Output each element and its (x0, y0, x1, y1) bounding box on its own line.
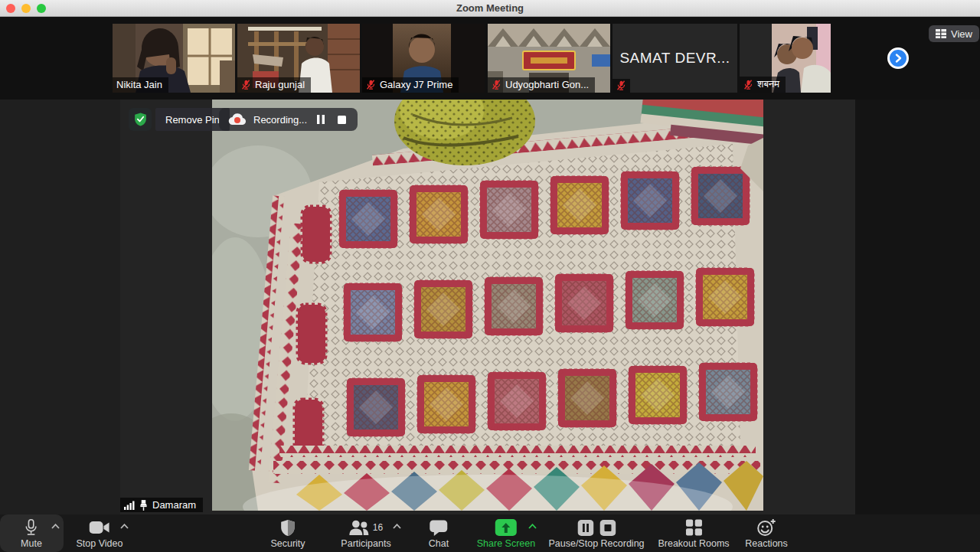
stage-left-margin (0, 100, 120, 514)
participant-name: SAMAT DEVR... (612, 24, 737, 93)
participant-name-badge: Udyogbharti Gon... (488, 77, 595, 93)
meeting-toolbar: Mute Stop Video Security (0, 514, 980, 552)
window-title: Zoom Meeting (0, 2, 980, 14)
stage-right-margin (855, 100, 980, 514)
pause-stop-recording-button[interactable]: Pause/Stop Recording (548, 514, 644, 552)
view-button-label: View (951, 28, 972, 40)
pause-recording-icon[interactable] (314, 113, 328, 126)
pin-icon (139, 500, 148, 511)
mute-button[interactable]: Mute (21, 514, 42, 552)
signal-strength-icon (124, 501, 135, 510)
participant-tile[interactable]: SAMAT DEVR... (612, 24, 737, 93)
participant-filmstrip: Nikita Jain (0, 17, 980, 100)
participant-name: Raju gunjal (255, 79, 305, 90)
view-button[interactable]: View (929, 25, 979, 42)
breakout-rooms-icon (685, 519, 702, 536)
share-screen-button[interactable]: Share Screen (477, 514, 535, 552)
breakout-rooms-button[interactable]: Breakout Rooms (658, 514, 729, 552)
reactions-button[interactable]: Reactions (745, 514, 788, 552)
participants-label: Participants (341, 539, 390, 549)
participants-button[interactable]: 16 Participants (341, 514, 390, 552)
share-screen-label: Share Screen (477, 539, 535, 549)
stop-recording-button-icon[interactable] (599, 520, 616, 536)
pinned-main-video[interactable] (212, 100, 763, 511)
participant-tile[interactable]: Nikita Jain (113, 24, 235, 93)
reactions-smiley-icon (757, 518, 776, 537)
participant-name-badge: Galaxy J7 Prime (362, 77, 459, 93)
mute-label: Mute (21, 539, 42, 549)
chevron-right-icon (893, 53, 903, 64)
pinned-participant-badge: Damaram (120, 498, 203, 512)
recording-label: Recording... (253, 114, 307, 126)
security-label: Security (270, 539, 305, 549)
stop-video-label: Stop Video (77, 539, 123, 549)
shield-check-icon (134, 113, 147, 126)
muted-mic-icon (616, 80, 626, 90)
participants-icon (349, 520, 370, 536)
participant-name: Nikita Jain (116, 79, 162, 90)
participant-mute-badge (612, 79, 630, 93)
participants-count: 16 (373, 522, 383, 533)
pinned-participant-name: Damaram (152, 499, 196, 511)
participant-name: Galaxy J7 Prime (380, 79, 452, 90)
chat-label: Chat (429, 539, 449, 549)
chat-button[interactable]: Chat (429, 514, 449, 552)
breakout-rooms-label: Breakout Rooms (658, 539, 729, 549)
muted-mic-icon (241, 80, 251, 90)
video-options-caret[interactable] (120, 524, 129, 529)
participant-name: Udyogbharti Gon... (505, 79, 589, 90)
titlebar: Zoom Meeting (0, 0, 980, 17)
video-camera-icon (90, 521, 110, 534)
participant-tile[interactable]: Udyogbharti Gon... (488, 24, 610, 93)
pause-recording-button-icon[interactable] (577, 520, 593, 536)
pause-stop-recording-label: Pause/Stop Recording (548, 539, 644, 549)
muted-mic-icon (366, 80, 376, 90)
participant-name-badge: Raju gunjal (237, 77, 311, 93)
stop-recording-icon[interactable] (335, 113, 348, 126)
security-button[interactable]: Security (270, 514, 305, 552)
participants-options-caret[interactable] (393, 524, 401, 529)
zoom-meeting-window: Zoom Meeting Nikita Jain (0, 0, 980, 552)
security-shield-icon (280, 519, 296, 537)
remove-pin-label: Remove Pin (165, 114, 220, 126)
participant-name-badge: शबनम (740, 77, 786, 93)
stop-video-button[interactable]: Stop Video (77, 514, 123, 552)
participant-tile[interactable]: शबनम (740, 24, 831, 93)
muted-mic-icon (743, 80, 753, 90)
share-options-caret[interactable] (528, 524, 537, 529)
mute-options-caret[interactable] (51, 524, 60, 529)
reactions-label: Reactions (745, 539, 788, 549)
participant-tile[interactable]: Raju gunjal (237, 24, 360, 93)
cloud-recording-icon (228, 113, 247, 126)
share-screen-icon (495, 519, 517, 536)
participant-name: शबनम (757, 78, 779, 90)
encryption-badge[interactable] (129, 108, 152, 131)
recording-indicator: Recording... (219, 108, 358, 131)
participant-tile[interactable]: Galaxy J7 Prime (362, 24, 485, 93)
chat-bubble-icon (430, 520, 448, 536)
participant-name-badge: Nikita Jain (113, 77, 168, 93)
next-participants-button[interactable] (887, 47, 909, 69)
gallery-view-icon (936, 29, 946, 38)
microphone-icon (24, 518, 38, 537)
muted-mic-icon (492, 80, 501, 90)
shared-textile-image (212, 100, 763, 511)
